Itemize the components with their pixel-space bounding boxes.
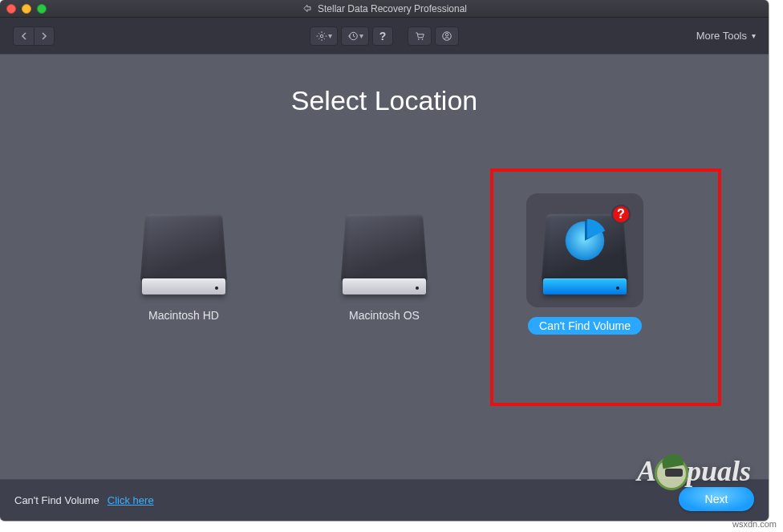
app-icon [302,3,313,14]
content-area: Select Location Macintosh HD Macintosh O… [0,55,769,479]
app-window: Stellar Data Recovery Professional ▾ [0,0,769,521]
cart-icon [413,30,426,42]
footer-link[interactable]: Click here [108,494,154,506]
chevron-right-icon [40,32,48,40]
window-controls [6,4,47,14]
drive-macintosh-os[interactable]: Macintosh OS [320,205,448,335]
pie-chart-icon [562,218,607,263]
toolbar: ▾ ▾ ? [0,18,769,55]
drive-icon [337,205,432,299]
titlebar: Stellar Data Recovery Professional [0,0,769,18]
drive-cant-find-volume[interactable]: ? [521,205,649,335]
more-tools-label: More Tools [696,30,747,42]
account-button[interactable] [435,26,459,46]
selected-tile: ? [526,193,643,307]
svg-point-0 [320,35,323,38]
page-title: Select Location [0,55,769,116]
watermark: wsxdn.com [732,519,777,529]
drive-macintosh-hd[interactable]: Macintosh HD [120,205,248,335]
svg-point-2 [418,39,420,40]
drive-label: Macintosh HD [148,309,219,322]
more-tools-menu[interactable]: More Tools ▾ [696,30,756,42]
help-button[interactable]: ? [372,26,393,46]
drive-icon: ? [538,205,632,299]
svg-point-5 [445,33,448,36]
gear-icon [315,30,328,42]
next-button[interactable]: Next [679,487,754,511]
chevron-down-icon: ▾ [328,31,332,40]
nav-pair [13,26,55,46]
close-window-button[interactable] [6,4,16,14]
drive-list: Macintosh HD Macintosh OS ? [0,205,769,335]
chevron-down-icon: ▾ [752,31,756,40]
cart-button[interactable] [408,26,432,46]
back-button[interactable] [13,26,34,46]
history-button[interactable]: ▾ [341,26,369,46]
footer-text: Can't Find Volume [14,494,99,506]
chevron-down-icon: ▾ [359,31,363,40]
question-badge-icon: ? [611,205,631,224]
appuals-logo: Apuals [637,454,751,488]
user-icon [440,30,453,42]
settings-button[interactable]: ▾ [310,26,338,46]
zoom-window-button[interactable] [37,4,47,14]
forward-button[interactable] [34,26,55,46]
drive-label: Can't Find Volume [528,317,642,335]
history-icon [347,30,359,42]
drive-label: Macintosh OS [349,309,420,322]
minimize-window-button[interactable] [22,4,31,14]
chevron-left-icon [20,32,28,40]
window-title: Stellar Data Recovery Professional [302,3,467,14]
question-icon: ? [379,30,387,43]
drive-icon [136,205,231,299]
svg-point-3 [422,39,424,40]
app-title-text: Stellar Data Recovery Professional [318,3,467,14]
toolbar-center: ▾ ▾ ? [310,26,459,46]
